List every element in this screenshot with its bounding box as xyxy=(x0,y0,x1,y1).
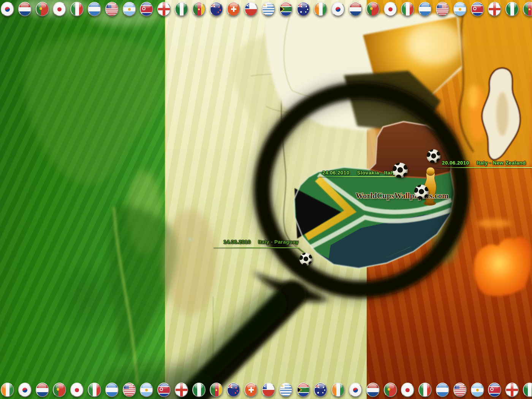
flag-face-jp xyxy=(54,3,65,16)
flag-face-hn xyxy=(437,383,448,396)
flag-cm-icon xyxy=(210,383,223,397)
match-label-slovakia-italy: 24.06.2010Slovakia - Italy xyxy=(322,170,395,176)
flag-ci-icon xyxy=(314,2,327,16)
flag-ch-icon xyxy=(244,383,258,397)
flag-pt-icon xyxy=(366,2,380,16)
flag-us-icon xyxy=(123,383,136,397)
flag-face-ch xyxy=(228,3,239,16)
flag-face-jp xyxy=(385,3,396,16)
flag-hn-icon xyxy=(88,2,101,16)
flag-face-nz xyxy=(211,3,222,16)
flag-face-it xyxy=(71,3,83,16)
match-fixture: Italy - Paraguay xyxy=(258,239,299,245)
flag-face-kr xyxy=(350,383,361,396)
flag-face-pt xyxy=(385,383,396,396)
flag-jp-icon xyxy=(70,383,84,397)
flag-face-cm xyxy=(193,3,205,16)
flag-face-en xyxy=(176,383,187,396)
flag-en-icon xyxy=(157,2,171,16)
flag-face-uy xyxy=(263,3,274,16)
flag-face-en xyxy=(489,3,500,16)
flag-face-nl xyxy=(19,3,31,16)
flag-ng-icon xyxy=(505,2,519,16)
flag-jp-icon xyxy=(401,383,414,397)
flag-za-icon xyxy=(297,383,310,397)
flag-face-au xyxy=(315,383,326,396)
flag-face-za xyxy=(298,383,309,396)
flag-uy-icon xyxy=(279,383,293,397)
flag-face-uy xyxy=(280,383,292,396)
flag-nl-icon xyxy=(366,383,380,397)
flag-face-hn xyxy=(106,383,118,396)
match-underline xyxy=(214,247,299,248)
flag-hn-icon xyxy=(418,2,432,16)
flag-us-icon xyxy=(453,383,467,397)
flag-face-jp xyxy=(71,383,83,396)
flag-ci-icon xyxy=(1,383,14,397)
flag-face-en xyxy=(158,3,170,16)
lens-rim xyxy=(262,90,461,290)
flag-face-nl xyxy=(367,383,379,396)
flag-kp-icon xyxy=(488,383,501,397)
match-date: 20.06.2010 xyxy=(442,160,469,166)
flag-ar-icon xyxy=(471,383,484,397)
soccer-ball-marker-icon xyxy=(299,253,312,266)
flag-face-hn xyxy=(89,3,100,16)
flag-face-ci xyxy=(2,383,13,396)
match-fixture: Slovakia - Italy xyxy=(357,170,395,176)
flag-kr-icon xyxy=(18,383,32,397)
flag-jp-icon xyxy=(384,2,397,16)
flag-face-us xyxy=(124,383,135,396)
flag-pt-icon xyxy=(53,383,66,397)
flag-face-it xyxy=(89,383,100,396)
flag-jp-icon xyxy=(53,2,66,16)
flag-face-it xyxy=(419,383,431,396)
flag-cl-icon xyxy=(244,2,258,16)
flag-face-pt xyxy=(54,383,65,396)
flag-face-pt xyxy=(367,3,379,16)
flag-ng-icon xyxy=(192,383,206,397)
flag-hn-icon xyxy=(105,383,119,397)
flag-face-kp xyxy=(489,383,500,396)
flag-face-ar xyxy=(124,3,135,16)
flag-face-kr xyxy=(2,3,13,16)
flag-cm-icon xyxy=(523,2,532,16)
flag-face-ci xyxy=(332,383,344,396)
flag-ch-icon xyxy=(227,2,240,16)
flag-kr-icon xyxy=(331,2,345,16)
flag-kr-icon xyxy=(349,383,362,397)
flag-face-za xyxy=(280,3,292,16)
flag-face-ci xyxy=(315,3,326,16)
flag-face-hn xyxy=(419,3,431,16)
magnifying-glass xyxy=(0,0,532,399)
match-fixture: Italy - New Zealand xyxy=(477,160,526,166)
watermark-text: WorldCupsWallpapers.com xyxy=(356,192,448,200)
match-underline xyxy=(435,167,532,168)
flag-face-nz xyxy=(228,383,239,396)
flag-cl-icon xyxy=(262,383,275,397)
flag-face-cm xyxy=(211,383,222,396)
flag-face-ar xyxy=(454,3,466,16)
flag-face-cm xyxy=(524,3,532,16)
flag-za-icon xyxy=(279,2,293,16)
flag-face-ng xyxy=(506,3,518,16)
match-date: 14.06.2010 xyxy=(223,239,251,245)
flag-kp-icon xyxy=(157,383,171,397)
flag-face-en xyxy=(506,383,518,396)
flag-it-icon xyxy=(401,2,414,16)
flag-ci-icon xyxy=(331,383,345,397)
flag-face-kp xyxy=(472,3,483,16)
magnifier-handle xyxy=(103,271,329,399)
flag-pt-icon xyxy=(384,383,397,397)
wallpaper-root: 24.06.2010Slovakia - Italy 20.06.2010Ita… xyxy=(0,0,532,399)
flag-ar-icon xyxy=(123,2,136,16)
flag-ng-icon xyxy=(523,383,532,397)
flag-face-nl xyxy=(350,3,361,16)
flag-face-cl xyxy=(245,3,257,16)
flag-nl-icon xyxy=(18,2,32,16)
flag-en-icon xyxy=(175,383,188,397)
flag-en-icon xyxy=(505,383,519,397)
flag-it-icon xyxy=(88,383,101,397)
flag-hn-icon xyxy=(436,383,449,397)
flag-ar-icon xyxy=(140,383,153,397)
